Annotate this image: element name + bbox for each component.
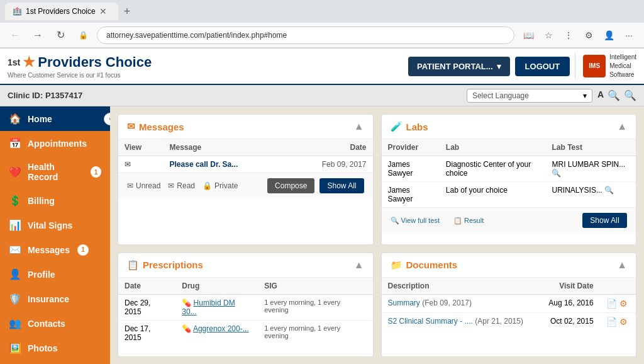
compose-btn[interactable]: Compose <box>267 178 314 193</box>
labs-footer-left: 🔍 View full test 📋 Result <box>391 217 484 225</box>
messages-collapse-btn[interactable]: ▲ <box>354 121 364 132</box>
search-icons: A 🔍 🔍 <box>597 89 636 101</box>
prescriptions-collapse-btn[interactable]: ▲ <box>354 259 364 271</box>
documents-collapse-btn[interactable]: ▲ <box>617 259 627 271</box>
photos-icon: 🖼️ <box>9 342 21 354</box>
doc-icons-2: 📄 ⚙ <box>606 317 630 327</box>
extensions-btn[interactable]: ⚙ <box>580 26 597 44</box>
logo-tagline: Where Customer Service is our #1 focus <box>8 72 152 79</box>
doc-row: S2 Clinical Summary - .... (Apr 21, 2015… <box>382 312 636 331</box>
message-link[interactable]: Please call Dr. Sa... <box>170 160 238 169</box>
message-text[interactable]: Please call Dr. Sa... <box>164 156 286 173</box>
labs-collapse-btn[interactable]: ▲ <box>617 121 627 132</box>
sidebar-item-vital-signs[interactable]: 📊 Vital Signs <box>0 213 110 237</box>
result-btn[interactable]: 📋 Result <box>453 217 484 225</box>
lab-test-2: URINALYSIS... 🔍 <box>545 182 636 208</box>
private-filter[interactable]: 🔒 Private <box>203 181 238 190</box>
app: 1st ★ Providers Choice Where Customer Se… <box>0 48 644 364</box>
language-selector[interactable]: Select Language ▾ <box>467 89 592 103</box>
messages-card: ✉ Messages ▲ View Message Date <box>118 114 374 245</box>
unread-label: Unread <box>136 181 160 190</box>
reload-btn[interactable]: ↻ <box>52 26 69 44</box>
sidebar-collapse-btn[interactable]: ‹ <box>104 113 110 125</box>
logout-btn[interactable]: LOGOUT <box>515 57 570 76</box>
message-view-icon: ✉ <box>118 156 164 173</box>
header-right: PATIENT PORTAL... ▾ LOGOUT IMS Intellige… <box>408 53 636 79</box>
tab-favicon: 🏥 <box>13 7 22 16</box>
sidebar-item-messages[interactable]: ✉️ Messages 1 <box>0 237 110 262</box>
sidebar-item-label-photos: Photos <box>28 343 57 353</box>
search-icon[interactable]: 🔍 <box>608 89 620 101</box>
labs-card-header: 🧪 Labs ▲ <box>382 115 636 139</box>
messages-card-header: ✉ Messages ▲ <box>118 115 373 139</box>
doc-th-visit-date: Visit Date <box>539 278 600 295</box>
doc-desc-link-1[interactable]: Summary <box>388 299 420 307</box>
prescriptions-card: 📋 Prescriptions ▲ Date Drug SIG <box>118 253 374 358</box>
labs-show-all-btn[interactable]: Show AlI <box>582 213 627 228</box>
sidebar-item-home[interactable]: 🏠 Home ‹ <box>0 106 110 131</box>
profile-btn[interactable]: 👤 <box>600 26 618 44</box>
new-tab-btn[interactable]: + <box>118 3 136 20</box>
content-grid: ✉ Messages ▲ View Message Date <box>110 106 644 364</box>
sidebar-item-profile[interactable]: 👤 Profile <box>0 262 110 287</box>
rx-sig-1: 1 every morning, 1 every evening <box>258 294 372 320</box>
text-size-icon[interactable]: A <box>597 89 604 101</box>
read-filter[interactable]: ✉ Read <box>168 181 195 190</box>
lab-search-icon-1[interactable]: 🔍 <box>552 169 561 178</box>
doc-desc-link-2[interactable]: S2 Clinical Summary - .... <box>388 317 473 326</box>
labs-th-provider: Provider <box>382 139 440 156</box>
address-text: attorney.savepatienttime.com/patient/ind… <box>106 31 287 40</box>
lab-provider-1: James Sawyer <box>382 156 440 182</box>
documents-title-text: Documents <box>406 259 458 270</box>
lock-icon: 🔒 <box>203 181 212 190</box>
sidebar-item-contacts[interactable]: 👥 Contacts <box>0 311 110 336</box>
documents-card-header: 📁 Documents ▲ <box>382 253 636 278</box>
bookmarks-btn[interactable]: 📖 <box>519 26 537 44</box>
sidebar-item-label-home: Home <box>28 114 52 124</box>
tab-close-btn[interactable]: ✕ <box>99 6 107 16</box>
lab-search-icon-2[interactable]: 🔍 <box>604 186 614 195</box>
forward-btn[interactable]: → <box>29 26 47 44</box>
rx-th-sig: SIG <box>258 278 372 295</box>
logo-brand: 1st ★ Providers Choice <box>8 54 152 71</box>
health-record-icon: ❤️ <box>9 166 21 178</box>
unread-filter[interactable]: ✉ Unread <box>127 181 160 190</box>
sidebar-item-health-record[interactable]: ❤️ Health Record 1 <box>0 156 110 188</box>
rx-sig-2: 1 every morning, 1 every evening <box>258 320 372 346</box>
tab-title: 1st Providers Choice <box>26 7 96 16</box>
result-icon: 📋 <box>453 217 462 225</box>
sidebar-item-appointments[interactable]: 📅 Appointments <box>0 131 110 156</box>
doc-visit-date-2: Oct 02, 2015 <box>539 312 600 331</box>
lab-lab-2: Lab of your choice <box>440 182 546 208</box>
menu-btn[interactable]: ⋮ <box>560 26 577 44</box>
sidebar-item-insurance[interactable]: 🛡️ Insurance <box>0 287 110 311</box>
message-date: Feb 09, 2017 <box>286 156 373 173</box>
address-bar[interactable]: attorney.savepatienttime.com/patient/ind… <box>97 26 514 44</box>
labs-card: 🧪 Labs ▲ Provider Lab Lab Test <box>381 114 637 245</box>
documents-card-title: 📁 Documents <box>391 259 458 271</box>
doc-download-icon-1[interactable]: ⚙ <box>619 299 628 309</box>
doc-file-icon-1[interactable]: 📄 <box>606 299 617 309</box>
patient-portal-btn[interactable]: PATIENT PORTAL... ▾ <box>408 57 510 76</box>
star-btn[interactable]: ☆ <box>540 26 557 44</box>
logo-prefix: 1st <box>8 57 20 67</box>
labs-th-lab: Lab <box>440 139 546 156</box>
prescriptions-card-title: 📋 Prescriptions <box>127 259 203 271</box>
view-full-test-btn[interactable]: 🔍 View full test <box>391 217 440 225</box>
active-tab[interactable]: 🏥 1st Providers Choice ✕ <box>5 3 118 20</box>
doc-download-icon-2[interactable]: ⚙ <box>619 317 628 327</box>
doc-file-icon-2[interactable]: 📄 <box>606 317 617 327</box>
more-btn[interactable]: ··· <box>620 26 638 44</box>
ims-logo: IMS Intelligent Medical Software <box>575 53 636 79</box>
search2-icon[interactable]: 🔍 <box>624 89 636 101</box>
back-btn[interactable]: ← <box>6 26 24 44</box>
doc-visit-date-1: Aug 16, 2016 <box>539 294 600 312</box>
rx-th-date: Date <box>118 278 175 295</box>
rx-drug-link-2[interactable]: Aggrenox 200-... <box>193 324 249 333</box>
ims-icon: IMS <box>583 55 606 77</box>
sidebar-item-facesheet[interactable]: 📄 Facesheet <box>0 360 110 364</box>
sidebar-item-photos[interactable]: 🖼️ Photos <box>0 336 110 360</box>
messages-show-all-btn[interactable]: Show All <box>319 178 364 193</box>
prescriptions-card-header: 📋 Prescriptions ▲ <box>118 253 373 278</box>
sidebar-item-billing[interactable]: 💲 Billing <box>0 188 110 213</box>
